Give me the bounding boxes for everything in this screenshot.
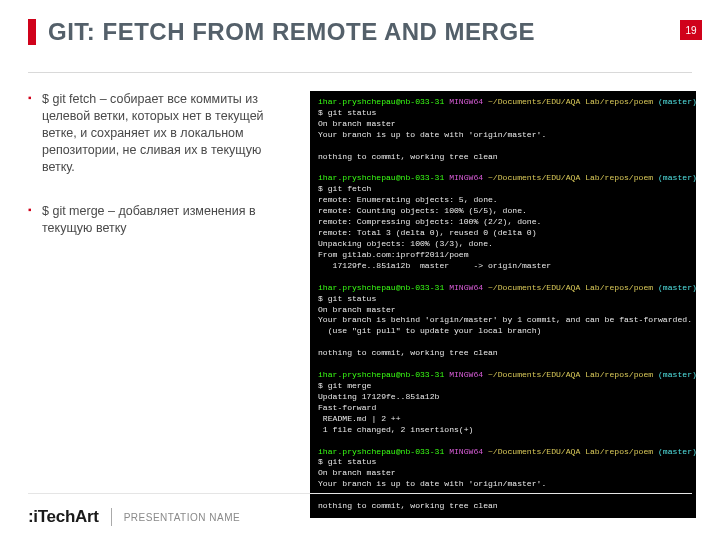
terminal-screenshot: ihar.pryshchepau@nb-033-31 MINGW64 ~/Doc… [310,91,696,518]
logo: :iTechArt [28,507,99,527]
list-item: $ git merge – добавляет изменения в теку… [28,203,296,237]
list-item: $ git fetch – собирает все коммиты из це… [28,91,296,175]
page-number: 19 [680,20,702,40]
footer-separator [111,508,112,526]
slide-title: GIT: FETCH FROM REMOTE AND MERGE [48,18,535,46]
presentation-name: PRESENTATION NAME [124,512,240,523]
title-accent [28,19,36,45]
bullet-list: $ git fetch – собирает все коммиты из це… [28,91,296,518]
